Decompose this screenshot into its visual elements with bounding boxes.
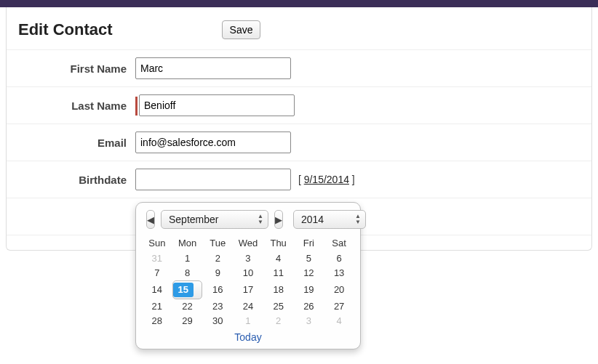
- calendar-dow: Fri: [294, 235, 324, 251]
- month-select[interactable]: September ▲▼: [161, 210, 268, 229]
- calendar-day[interactable]: 13: [324, 266, 354, 280]
- updown-icon: ▲▼: [258, 214, 263, 225]
- calendar-day[interactable]: 23: [202, 299, 233, 314]
- calendar-day[interactable]: 7: [142, 266, 172, 280]
- row-email: Email: [7, 124, 591, 161]
- calendar-day[interactable]: 1: [233, 314, 263, 328]
- label-birthdate: Birthdate: [7, 174, 135, 186]
- year-select[interactable]: 2014 ▲▼: [293, 210, 366, 229]
- birthdate-input[interactable]: [135, 169, 291, 190]
- calendar-day[interactable]: 20: [324, 280, 354, 299]
- calendar-day[interactable]: 6: [324, 251, 354, 266]
- calendar-day[interactable]: 10: [233, 266, 263, 280]
- calendar-dow: Sat: [324, 235, 354, 251]
- calendar-day-selected[interactable]: 15: [172, 280, 203, 299]
- calendar-day[interactable]: 2: [202, 251, 233, 266]
- calendar-day[interactable]: 31: [142, 251, 172, 266]
- row-last-name: Last Name: [7, 87, 591, 124]
- calendar-day[interactable]: 19: [294, 280, 324, 299]
- row-first-name: First Name: [7, 50, 591, 87]
- next-month-button[interactable]: ▶: [274, 210, 283, 229]
- calendar-dow: Sun: [142, 235, 172, 251]
- save-button[interactable]: Save: [222, 20, 261, 39]
- calendar-day[interactable]: 27: [324, 299, 354, 314]
- calendar-day[interactable]: 30: [202, 314, 233, 328]
- today-link[interactable]: Today: [142, 328, 354, 344]
- label-first-name: First Name: [7, 62, 135, 75]
- calendar-dow: Thu: [263, 235, 294, 251]
- first-name-input[interactable]: [135, 57, 291, 79]
- calendar-day[interactable]: 4: [263, 251, 294, 266]
- calendar-day[interactable]: 4: [324, 314, 354, 328]
- calendar-day[interactable]: 3: [294, 314, 324, 328]
- calendar-day[interactable]: 5: [294, 251, 324, 266]
- calendar-day[interactable]: 2: [263, 314, 294, 328]
- birthdate-today-link[interactable]: 9/15/2014: [304, 174, 349, 185]
- page-title: Edit Contact: [18, 20, 113, 39]
- required-indicator-icon: [135, 97, 137, 116]
- label-email: Email: [7, 137, 135, 149]
- last-name-input[interactable]: [139, 94, 295, 116]
- calendar-day[interactable]: 1: [172, 251, 203, 266]
- label-last-name: Last Name: [7, 100, 135, 112]
- calendar-day[interactable]: 26: [294, 299, 324, 314]
- calendar-day[interactable]: 28: [142, 314, 172, 328]
- window-titlebar: [0, 0, 598, 7]
- year-select-value: 2014: [301, 214, 324, 225]
- calendar-dow: Mon: [172, 235, 203, 251]
- calendar-day[interactable]: 25: [263, 299, 294, 314]
- calendar-day[interactable]: 21: [142, 299, 172, 314]
- calendar-grid: SunMonTueWedThuFriSat 311234567891011121…: [142, 235, 354, 328]
- calendar-day[interactable]: 29: [172, 314, 203, 328]
- birthdate-hint: [ 9/15/2014 ]: [298, 174, 355, 185]
- calendar-day[interactable]: 3: [233, 251, 263, 266]
- email-input[interactable]: [135, 132, 291, 153]
- calendar-day[interactable]: 17: [233, 280, 263, 299]
- row-birthdate: Birthdate [ 9/15/2014 ]: [7, 161, 591, 198]
- calendar-day[interactable]: 18: [263, 280, 294, 299]
- calendar-day[interactable]: 11: [263, 266, 294, 280]
- calendar-day[interactable]: 8: [172, 266, 203, 280]
- chevron-left-icon: ◀: [147, 214, 154, 225]
- calendar-day[interactable]: 16: [202, 280, 233, 299]
- month-select-value: September: [169, 214, 218, 225]
- calendar-day[interactable]: 12: [294, 266, 324, 280]
- panel-header: Edit Contact Save: [7, 7, 591, 50]
- calendar-day[interactable]: 24: [233, 299, 263, 314]
- chevron-right-icon: ▶: [275, 214, 282, 225]
- calendar-day[interactable]: 22: [172, 299, 203, 314]
- datepicker-popover: ◀ September ▲▼ ▶ 2014 ▲▼ SunMonTueWedThu…: [135, 202, 361, 349]
- calendar-dow: Wed: [233, 235, 263, 251]
- updown-icon: ▲▼: [355, 214, 361, 225]
- calendar-dow: Tue: [202, 235, 233, 251]
- datepicker-header: ◀ September ▲▼ ▶ 2014 ▲▼: [142, 210, 354, 235]
- calendar-day[interactable]: 14: [142, 280, 172, 299]
- calendar-day[interactable]: 9: [202, 266, 233, 280]
- prev-month-button[interactable]: ◀: [146, 210, 155, 229]
